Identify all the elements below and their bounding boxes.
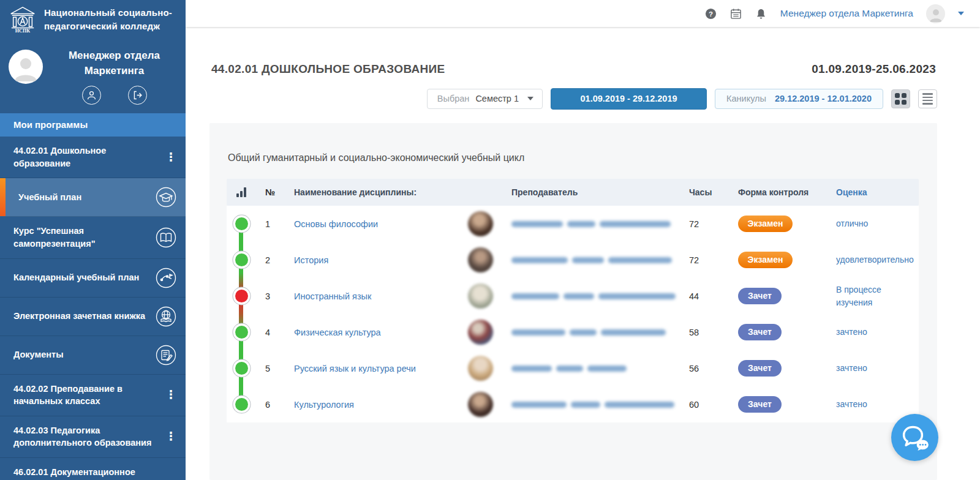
holidays-dates: 29.12.2019 - 12.01.2020 [775,94,872,103]
main-area: ? Менеджер отдела Маркетин [186,0,980,480]
grade-value: удовлетворительно [833,253,919,266]
semester-select-value: Семестр 1 [475,94,519,103]
status-dot-red [235,290,248,302]
teacher-avatar [468,283,493,309]
semester-select-prefix: Выбран [437,94,470,103]
profile-icon[interactable] [82,86,101,105]
grid-view-icon [895,93,907,105]
table-row: 3 Иностранный язык 44 Зачет В процессе и… [227,278,919,314]
globe-book-icon [155,306,177,328]
table-row: 5 Русский язык и культура речи 56 Зачет … [227,350,919,386]
help-icon[interactable]: ? [705,7,717,20]
period-button[interactable]: 01.09.2019 - 29.12.2019 [551,88,707,110]
table-row: 1 Основы философии 72 Экзамен отлично [227,206,919,242]
status-dot-green [235,326,248,339]
sidebar-item-program-4[interactable]: 46.02.01 Документационное обеспечение уп… [0,458,186,480]
teacher-avatar [468,356,493,381]
col-header-grade: Оценка [833,186,919,198]
sidebar-item-program-3[interactable]: 44.02.03 Педагогика дополнительного обра… [0,416,186,458]
holidays-label: Каникулы [726,94,766,103]
discipline-link[interactable]: Иностранный язык [294,291,371,301]
calendar-route-icon [155,267,177,289]
graduation-cap-icon [155,186,177,208]
col-header-discipline: Наименование дисциплины: [284,187,456,197]
svg-text:?: ? [709,10,713,17]
user-menu-caret-icon[interactable] [958,12,964,15]
progress-timeline [239,224,243,405]
progress-chart-icon [236,187,246,197]
discipline-link[interactable]: Основы философии [294,219,378,229]
status-dot-green [235,253,248,266]
kebab-menu-icon[interactable]: ⋮ [165,391,177,399]
chat-bubbles-icon [901,425,929,451]
teacher-avatar [468,211,493,236]
status-dot-green [235,362,248,375]
teacher-name-blurred[interactable] [511,293,680,299]
cycle-title: Общий гуманитарный и социально-экономиче… [227,152,919,163]
teacher-name-blurred[interactable] [511,221,680,227]
disciplines-table: № Наименование дисциплины: Преподаватель… [227,179,919,422]
control-badge: Зачет [738,288,782,304]
grade-value: зачтено [833,362,919,374]
teacher-name-blurred[interactable] [511,402,680,408]
sidebar: НСПК Национальный социально-педагогическ… [0,0,186,480]
semester-select[interactable]: Выбран Семестр 1 [427,89,543,109]
kebab-menu-icon[interactable]: ⋮ [165,432,177,441]
table-row: 4 Физическая культура 58 Зачет зачтено [227,314,919,350]
status-dot-green [235,398,248,411]
chevron-down-icon [527,97,533,100]
discipline-link[interactable]: Физическая культура [294,328,381,337]
discipline-link[interactable]: Русский язык и культура речи [294,364,416,373]
col-header-teacher: Преподаватель [500,187,680,197]
calendar-icon[interactable] [730,7,742,20]
col-header-hours: Часы [680,187,729,197]
controls-row: Выбран Семестр 1 01.09.2019 - 29.12.2019… [211,88,937,110]
holidays-button[interactable]: Каникулы 29.12.2019 - 12.01.2020 [715,89,883,109]
discipline-link[interactable]: Культурология [294,400,354,410]
list-view-toggle[interactable] [918,89,937,108]
sidebar-item-course-selfpresentation[interactable]: Курс "Успешная самопрезентация" [0,217,186,258]
grade-value: В процессе изучения [833,283,919,309]
top-header: ? Менеджер отдела Маркетин [186,0,980,27]
sidebar-item-documents[interactable]: Документы [0,336,186,375]
table-header-row: № Наименование дисциплины: Преподаватель… [227,179,919,206]
control-badge: Зачет [738,396,782,413]
topbar-avatar[interactable] [926,4,945,23]
user-role-label: Менеджер отдела Маркетинга [51,48,177,78]
table-body: 1 Основы философии 72 Экзамен отлично 2 [227,206,919,422]
discipline-link[interactable]: История [294,255,328,265]
sidebar-profile: Менеджер отдела Маркетинга [0,40,186,107]
table-row: 6 Культурология 60 Зачет зачтено [227,386,919,422]
teacher-name-blurred[interactable] [511,257,680,263]
teacher-avatar [468,247,493,272]
chat-button[interactable] [891,414,938,461]
topbar-user-role[interactable]: Менеджер отдела Маркетинга [780,8,913,19]
teacher-name-blurred[interactable] [511,366,680,372]
col-header-control: Форма контроля [729,187,833,197]
status-dot-green [235,217,248,230]
college-name: Национальный социально-педагогический ко… [44,6,177,34]
page-title: 44.02.01 ДОШКОЛЬНОЕ ОБРАЗОВАНИЕ [211,62,445,76]
user-avatar [9,50,43,84]
control-badge: Экзамен [738,252,793,268]
sidebar-item-gradebook[interactable]: Электронная зачетная книжка [0,298,186,336]
sidebar-item-program-2[interactable]: 44.02.02 Преподавание в начальных класса… [0,375,186,416]
grade-value: зачтено [833,326,919,338]
cycle-card: Общий гуманитарный и социально-экономиче… [209,123,937,480]
program-date-range: 01.09.2019-25.06.2023 [812,62,936,76]
grid-view-toggle[interactable] [891,89,910,108]
grade-value: зачтено [833,398,919,410]
sidebar-item-calendar-plan[interactable]: Календарный учебный план [0,259,186,298]
list-view-icon [922,93,933,105]
open-book-icon [155,227,177,249]
logout-icon[interactable] [128,86,147,105]
kebab-menu-icon[interactable]: ⋮ [165,153,177,162]
bell-icon[interactable] [755,7,767,20]
college-brand: НСПК Национальный социально-педагогическ… [0,0,186,40]
document-pen-icon [155,344,177,366]
sidebar-item-curriculum[interactable]: Учебный план [0,178,186,217]
teacher-avatar [468,320,493,345]
teacher-name-blurred[interactable] [511,329,680,336]
sidebar-item-program-1[interactable]: 44.02.01 Дошкольное образование ⋮ [0,137,186,178]
app-window: НСПК Национальный социально-педагогическ… [0,0,980,480]
